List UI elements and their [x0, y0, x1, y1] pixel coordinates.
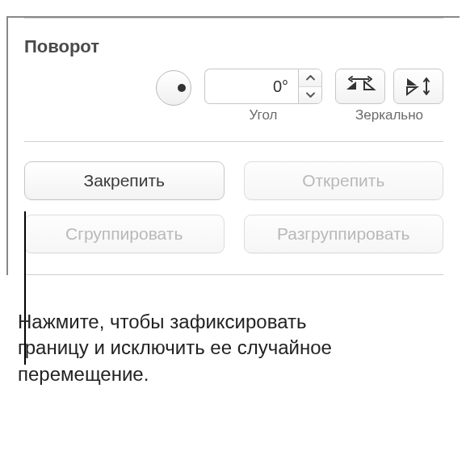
- unlock-button: Открепить: [244, 161, 444, 200]
- angle-step-down[interactable]: [299, 87, 321, 104]
- flip-horizontal-button[interactable]: [335, 69, 385, 104]
- chevron-up-icon: [306, 75, 315, 81]
- rotation-controls: Угол: [24, 69, 443, 141]
- flip-horizontal-icon: [344, 76, 376, 97]
- mirror-buttons: [335, 69, 443, 104]
- chevron-down-icon: [306, 92, 315, 98]
- lock-button[interactable]: Закрепить: [24, 161, 225, 200]
- angle-label: Угол: [250, 107, 278, 123]
- rotation-knob[interactable]: [156, 70, 191, 106]
- angle-group: Угол: [204, 69, 322, 123]
- flip-vertical-button[interactable]: [393, 69, 443, 104]
- mirror-group: Зеркально: [335, 69, 443, 123]
- flip-vertical-icon: [402, 76, 435, 97]
- rotation-section-title: Поворот: [24, 19, 443, 69]
- divider: [24, 274, 443, 275]
- angle-stepper: [298, 69, 322, 104]
- angle-step-up[interactable]: [299, 69, 321, 87]
- arrange-buttons: Закрепить Открепить Сгруппировать Разгру…: [24, 142, 443, 274]
- inspector-panel: Поворот Угол: [6, 16, 460, 275]
- callout-text: Нажмите, чтобы зафиксировать границу и и…: [0, 309, 372, 387]
- mirror-label: Зеркально: [355, 107, 423, 123]
- angle-input-wrap: [204, 69, 322, 104]
- group-button: Сгруппировать: [24, 215, 225, 253]
- ungroup-button: Разгруппировать: [244, 215, 444, 253]
- angle-input[interactable]: [204, 69, 298, 104]
